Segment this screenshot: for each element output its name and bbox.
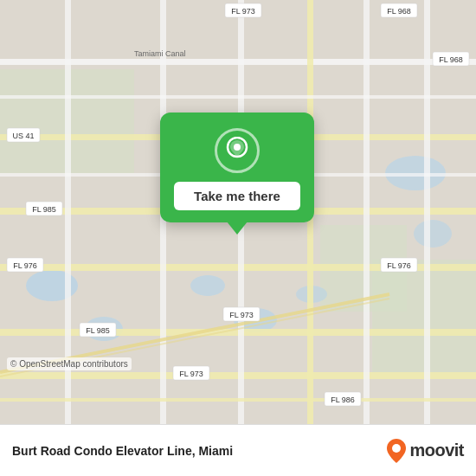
map-copyright: © OpenStreetMap contributors [7, 357, 132, 370]
location-title-area: Burt Road Condo Elevator Line, Miami [12, 443, 387, 459]
svg-text:Tamiami Canal: Tamiami Canal [134, 49, 186, 58]
svg-text:FL 985: FL 985 [86, 326, 110, 335]
svg-rect-23 [424, 0, 430, 424]
moovit-logo: moovit [387, 439, 464, 463]
svg-text:FL 968: FL 968 [387, 7, 411, 16]
moovit-pin-icon [387, 439, 406, 463]
svg-point-57 [392, 444, 401, 453]
svg-text:FL 973: FL 973 [229, 311, 254, 319]
map-view: FL 973 FL 968 FL 968 US 41 FL 973 FL 985… [0, 0, 476, 424]
svg-text:FL 973: FL 973 [179, 370, 203, 378]
svg-rect-26 [0, 398, 476, 402]
svg-text:FL 973: FL 973 [231, 7, 255, 16]
svg-text:FL 985: FL 985 [32, 205, 56, 214]
svg-text:FL 986: FL 986 [331, 396, 355, 404]
moovit-brand-text: moovit [409, 441, 464, 460]
take-me-there-button[interactable]: Take me there [174, 182, 300, 210]
location-icon-circle [215, 128, 260, 173]
svg-point-7 [190, 275, 225, 296]
svg-rect-22 [363, 0, 370, 424]
svg-text:US 41: US 41 [12, 132, 34, 140]
location-popup: Take me there [160, 113, 314, 222]
svg-text:FL 968: FL 968 [439, 55, 463, 64]
svg-text:FL 976: FL 976 [13, 261, 37, 270]
location-title: Burt Road Condo Elevator Line, Miami [12, 444, 233, 458]
svg-text:FL 976: FL 976 [387, 261, 411, 270]
svg-rect-24 [0, 95, 476, 99]
location-pin-icon [225, 137, 249, 164]
bottom-bar: Burt Road Condo Elevator Line, Miami moo… [0, 424, 476, 476]
svg-point-11 [414, 220, 452, 248]
